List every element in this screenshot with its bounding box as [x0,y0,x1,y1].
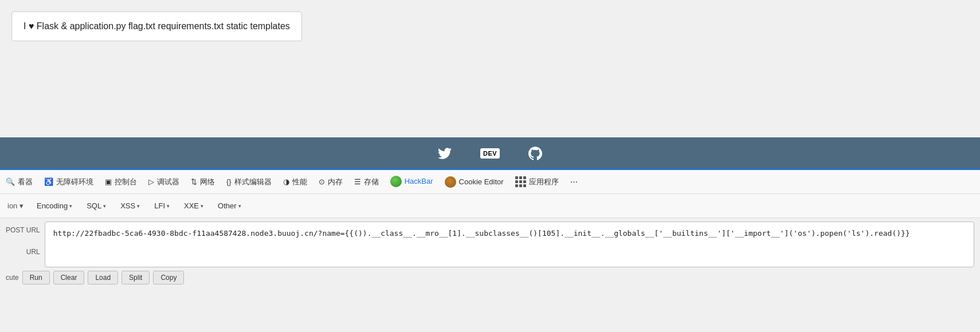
cookie-icon [445,176,456,188]
encoding-arrow: ▾ [69,203,72,209]
toolbar-item-style-editor[interactable]: {} 样式编辑器 [221,169,277,195]
style-editor-icon: {} [226,177,232,186]
github-icon[interactable] [528,147,542,160]
toolbar-item-console[interactable]: ▣ 控制台 [99,169,143,195]
url-label: URL [26,248,40,256]
accessibility-label: 无障碍环境 [56,177,93,187]
encoding-button[interactable]: Encoding ▾ [31,199,78,213]
debugger-icon: ▷ [148,177,154,186]
clear-button[interactable]: Clear [53,271,85,284]
performance-icon: ◑ [283,177,289,186]
twitter-icon[interactable] [438,147,452,160]
run-button[interactable]: Run [22,271,50,284]
overflow-icon: ⋯ [570,177,578,186]
xxe-label: XXE [184,201,199,210]
social-bar: DEV [0,137,980,169]
toolbar-item-memory[interactable]: ⊙ 内存 [313,169,348,195]
memory-label: 内存 [328,177,343,187]
network-label: 网络 [200,177,215,187]
toolbar-item-hackbar[interactable]: HackBar [385,169,439,195]
toolbar-item-accessibility[interactable]: ♿ 无障碍环境 [38,169,99,195]
apps-label: 应用程序 [529,177,559,187]
toolbar-item-storage[interactable]: ☰ 存储 [348,169,385,195]
copy-button[interactable]: Copy [153,271,184,284]
hackbar-circle-icon [390,176,402,187]
devtools-toolbar: 🔍 看器 ♿ 无障碍环境 ▣ 控制台 ▷ 调试器 ⇅ 网络 {} 样式编辑器 ◑… [0,169,980,194]
xxe-arrow: ▾ [201,203,203,209]
other-label: Other [218,201,237,210]
code-text: I ♥ Flask & application.py flag.txt requ… [23,21,290,31]
performance-label: 性能 [292,177,307,187]
url-value: http://22fbadbc-5ca6-4930-8bdc-f11aa4587… [53,229,910,238]
style-editor-label: 样式编辑器 [234,177,272,187]
hackbar-sub-toolbar: ion ▾ Encoding ▾ SQL ▾ XSS ▾ LFI ▾ XXE ▾… [0,194,980,218]
dev-text: DEV [480,148,500,159]
apps-grid-icon [515,176,526,187]
lfi-arrow: ▾ [167,203,170,209]
dev-badge-icon[interactable]: DEV [480,148,500,159]
sql-arrow: ▾ [103,203,106,209]
cookie-editor-label: Cookie Editor [459,177,504,186]
toolbar-item-network[interactable]: ⇅ 网络 [185,169,221,195]
sub-toolbar-partial-left: ion ▾ [3,199,28,213]
bottom-button-row: cute Run Clear Load Split Copy [0,267,980,288]
load-button[interactable]: Load [88,271,118,284]
console-icon: ▣ [105,177,112,186]
sql-button[interactable]: SQL ▾ [81,199,112,213]
storage-icon: ☰ [354,177,361,186]
toolbar-item-debugger[interactable]: ▷ 调试器 [143,169,185,195]
lfi-label: LFI [154,201,165,210]
post-url-label: POST URL [6,226,40,234]
url-input-field[interactable]: http://22fbadbc-5ca6-4930-8bdc-f11aa4587… [45,222,974,267]
xss-arrow: ▾ [137,203,140,209]
network-icon: ⇅ [191,177,197,186]
other-arrow: ▾ [238,203,241,209]
accessibility-icon: ♿ [44,177,53,186]
memory-icon: ⊙ [319,177,325,186]
lfi-button[interactable]: LFI ▾ [148,199,175,213]
looker-label: 看器 [18,177,33,187]
console-label: 控制台 [115,177,137,187]
toolbar-item-cookie-editor[interactable]: Cookie Editor [439,169,509,195]
xss-button[interactable]: XSS ▾ [115,199,146,213]
xss-label: XSS [120,201,135,210]
toolbar-overflow-button[interactable]: ⋯ [565,169,583,195]
cute-label: cute [6,274,19,282]
top-content-area: I ♥ Flask & application.py flag.txt requ… [0,0,980,137]
storage-label: 存储 [364,177,379,187]
toolbar-item-performance[interactable]: ◑ 性能 [277,169,313,195]
debugger-label: 调试器 [157,177,179,187]
toolbar-item-apps[interactable]: 应用程序 [509,169,565,195]
xxe-button[interactable]: XXE ▾ [178,199,209,213]
code-display-box: I ♥ Flask & application.py flag.txt requ… [11,11,302,41]
other-button[interactable]: Other ▾ [212,199,247,213]
toolbar-item-looker[interactable]: 🔍 看器 [0,169,38,195]
looker-icon: 🔍 [6,177,15,186]
hackbar-label: HackBar [405,177,433,185]
split-button[interactable]: Split [121,271,150,284]
encoding-label: Encoding [37,201,68,210]
sql-label: SQL [87,201,101,210]
